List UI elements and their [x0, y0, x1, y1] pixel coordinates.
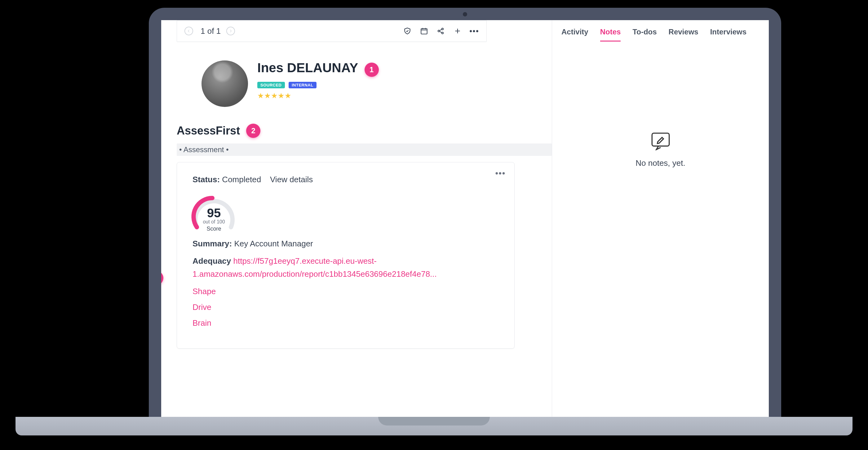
report-links: Shape Drive Brain [192, 287, 499, 328]
score-outof: out of 100 [191, 219, 237, 225]
note-edit-icon [650, 132, 672, 150]
section-header: AssessFirst 2 [161, 113, 552, 142]
badge-internal: INTERNAL [289, 82, 316, 88]
candidate-header: Ines DELAUNAY 1 SOURCED INTERNAL ★★★★★ [161, 42, 552, 113]
calendar-icon[interactable] [420, 26, 429, 36]
badge-sourced: SOURCED [257, 82, 285, 88]
empty-notes-message: No notes, yet. [636, 158, 685, 168]
laptop-shadow [25, 434, 843, 446]
adequacy-label: Adequacy [192, 256, 231, 266]
brain-link[interactable]: Brain [192, 318, 499, 328]
view-details-link[interactable]: View details [270, 175, 313, 184]
plus-icon[interactable] [453, 26, 462, 36]
tab-todos[interactable]: To-dos [632, 28, 657, 41]
score-value: 95 [191, 206, 237, 220]
app-screen: 1 of 1 ••• [161, 20, 769, 417]
summary-label: Summary: [192, 239, 232, 248]
share-icon[interactable] [436, 26, 445, 36]
svg-rect-0 [421, 29, 427, 34]
status-value: Completed [222, 175, 261, 184]
card-more-icon[interactable]: ••• [495, 169, 506, 178]
assessment-tag: • Assessment • [177, 143, 552, 156]
pager-counter: 1 of 1 [200, 26, 221, 36]
summary-row: Summary: Key Account Manager [192, 239, 499, 249]
status-row: Status: Completed View details [192, 175, 499, 184]
annotation-3: 3 [161, 271, 163, 285]
right-pane: Activity Notes To-dos Reviews Interviews… [552, 20, 769, 417]
camera-dot [463, 12, 467, 17]
shield-icon[interactable] [403, 26, 412, 36]
drive-link[interactable]: Drive [192, 302, 499, 312]
tab-notes[interactable]: Notes [600, 28, 621, 41]
prev-button[interactable] [184, 27, 193, 35]
tab-reviews[interactable]: Reviews [669, 28, 699, 41]
tab-interviews[interactable]: Interviews [710, 28, 746, 41]
score-gauge: 95 out of 100 Score [191, 193, 237, 232]
annotation-1: 1 [365, 63, 379, 77]
candidate-name: Ines DELAUNAY [257, 60, 358, 75]
laptop-notch [378, 417, 490, 425]
laptop-frame: 1 of 1 ••• [149, 8, 781, 417]
laptop-base [16, 417, 852, 436]
status-label: Status: [192, 175, 220, 184]
next-button[interactable] [226, 27, 235, 35]
more-icon[interactable]: ••• [470, 26, 479, 36]
left-pane: 1 of 1 ••• [161, 20, 552, 417]
section-title: AssessFirst [177, 124, 240, 137]
avatar[interactable] [202, 60, 248, 107]
annotation-2: 2 [246, 124, 260, 138]
tabs: Activity Notes To-dos Reviews Interviews [552, 20, 769, 42]
empty-notes: No notes, yet. [552, 42, 769, 417]
tab-activity[interactable]: Activity [561, 28, 588, 41]
assessment-card: ••• Status: Completed View details 95 [177, 162, 515, 349]
pager-toolbar: 1 of 1 ••• [177, 20, 487, 42]
summary-value: Key Account Manager [234, 239, 313, 248]
adequacy-row: Adequacy https://f57g1eeyq7.execute-api.… [192, 255, 499, 281]
candidate-info: Ines DELAUNAY 1 SOURCED INTERNAL ★★★★★ [257, 60, 379, 100]
rating-stars: ★★★★★ [257, 91, 379, 100]
shape-link[interactable]: Shape [192, 287, 499, 296]
